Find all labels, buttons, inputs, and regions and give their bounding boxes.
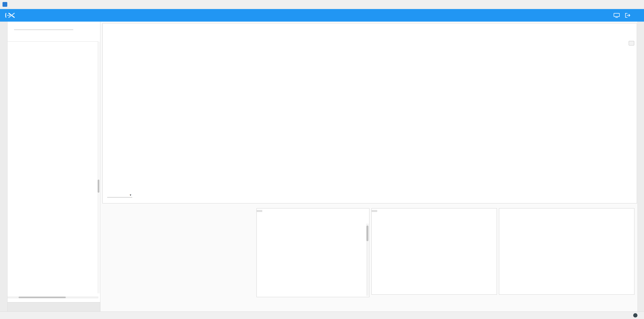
frametime-chart-card: ▼ [102,23,637,203]
analysis-footer [103,300,635,310]
scrollbar-thumb[interactable] [98,180,99,193]
sensor-data-panel [256,208,369,297]
status-bar [0,311,644,319]
capframex-logo[interactable] [0,12,22,19]
capframex-logo-icon [5,12,17,19]
metrics-bar-chart[interactable] [103,208,254,297]
y-axis-scale-select[interactable]: ▼ [107,193,132,197]
horizontal-scrollbar[interactable] [8,296,98,298]
sensor-scrollbar[interactable] [366,224,369,296]
maximize-button[interactable] [621,0,632,9]
title-bar [0,0,644,9]
stuttering-pie-chart [558,226,617,285]
window-buttons [609,0,644,9]
caret-down-icon: ▼ [129,194,132,196]
screenshot-icon[interactable] [613,13,620,18]
stuttering-panel [499,208,634,295]
capframex-window: ▼ [0,0,644,319]
captures-table-header [8,33,98,42]
minimize-button[interactable] [609,0,621,9]
fps-thresholds-panel [371,208,497,295]
record-info-expander[interactable] [8,302,100,311]
captures-sidebar [8,22,100,311]
close-button[interactable] [632,0,644,9]
captures-list [8,42,97,293]
nav-right [613,13,644,18]
sensor-table-header [257,213,369,216]
search-row [11,24,73,30]
app-icon [3,2,7,7]
version-info [633,313,641,317]
observed-directory-strip[interactable] [0,22,8,311]
login-icon[interactable] [624,13,631,18]
info-icon[interactable] [633,313,637,317]
frametime-chart[interactable] [103,36,637,195]
scrollbar-thumb[interactable] [19,297,66,298]
system-info-strip[interactable] [637,22,644,311]
vertical-scrollbar[interactable] [97,42,100,293]
search-input[interactable] [14,24,73,30]
main-nav [0,9,644,22]
sensor-data-header[interactable] [257,210,262,212]
thresholds-bar-chart[interactable] [372,208,497,294]
performance-metrics-panel [103,208,254,297]
scrollbar-thumb[interactable] [366,226,368,241]
